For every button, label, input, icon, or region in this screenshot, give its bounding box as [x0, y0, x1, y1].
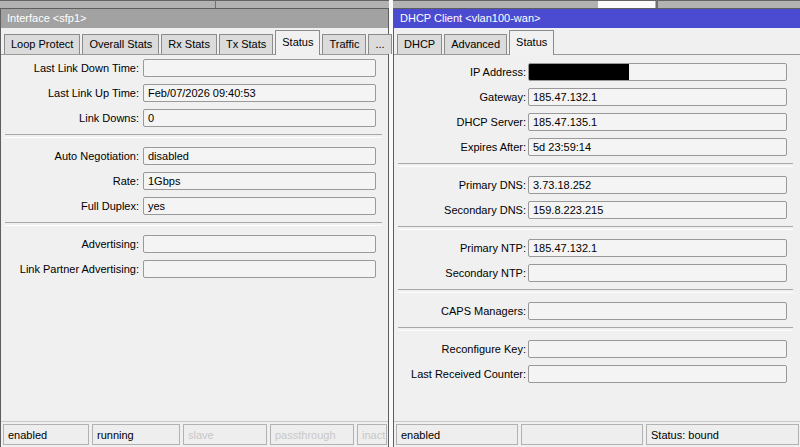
field-label: Last Link Up Time: — [9, 87, 143, 99]
status-cell-passthrough: passthrough — [270, 424, 354, 445]
field-label: Auto Negotiation: — [9, 150, 143, 162]
field-label: Secondary DNS: — [402, 204, 528, 216]
tab-loop-protect[interactable]: Loop Protect — [4, 34, 80, 54]
field-row-link-partner-advertising: Link Partner Advertising: — [9, 260, 376, 278]
field-label: Advertising: — [9, 238, 143, 250]
field-value-box[interactable] — [528, 63, 787, 81]
field-value-box[interactable] — [528, 340, 787, 358]
field-row-advertising: Advertising: — [9, 235, 376, 253]
field-label: Secondary NTP: — [402, 267, 528, 279]
field-label: CAPS Managers: — [402, 305, 528, 317]
field-value: 159.8.223.215 — [533, 204, 603, 216]
field-value: disabled — [148, 150, 189, 162]
field-label: Last Link Down Time: — [9, 62, 143, 74]
field-row-primary-dns: Primary DNS:3.73.18.252 — [402, 176, 787, 194]
interface-window-titlebar[interactable]: Interface <sfp1> — [1, 9, 388, 28]
field-value: 185.47.135.1 — [533, 116, 597, 128]
field-row-dhcp-server: DHCP Server:185.47.135.1 — [402, 113, 787, 131]
tab-status[interactable]: Status — [509, 30, 554, 55]
tab-overall-stats[interactable]: Overall Stats — [82, 34, 159, 54]
group-separator — [5, 222, 382, 226]
dhcp-client-content: IP Address:Gateway:185.47.132.1DHCP Serv… — [394, 55, 800, 421]
field-row-secondary-ntp: Secondary NTP: — [402, 264, 787, 282]
field-value: 185.47.132.1 — [533, 91, 597, 103]
field-label: IP Address: — [402, 66, 528, 78]
interface-content: Last Link Down Time:Last Link Up Time:Fe… — [1, 55, 388, 421]
field-value-box[interactable]: 1Gbps — [143, 172, 376, 190]
dhcp-client-tabbar: DHCPAdvancedStatus — [394, 28, 800, 55]
field-row-expires-after: Expires After:5d 23:59:14 — [402, 138, 787, 156]
tab-dhcp[interactable]: DHCP — [397, 34, 442, 54]
interface-window: Interface <sfp1> Loop ProtectOverall Sta… — [0, 8, 389, 447]
field-value: yes — [148, 200, 165, 212]
field-value-box[interactable]: Feb/07/2026 09:40:53 — [143, 84, 376, 102]
field-value-box[interactable]: yes — [143, 197, 376, 215]
status-cell-enabled: enabled — [396, 424, 518, 445]
field-value: 5d 23:59:14 — [533, 141, 591, 153]
field-row-ip-address: IP Address: — [402, 63, 787, 81]
field-value-box[interactable] — [143, 260, 376, 278]
field-row-gateway: Gateway:185.47.132.1 — [402, 88, 787, 106]
background-window-edge — [656, 0, 658, 8]
group-separator — [398, 163, 793, 167]
background-window-fragment — [598, 1, 655, 8]
field-row-secondary-dns: Secondary DNS:159.8.223.215 — [402, 201, 787, 219]
dhcp-client-window-titlebar[interactable]: DHCP Client <vlan100-wan> — [394, 9, 800, 28]
field-label: Primary NTP: — [402, 242, 528, 254]
field-value-box[interactable]: 185.47.132.1 — [528, 239, 787, 257]
field-value-box[interactable]: 0 — [143, 109, 376, 127]
interface-statusbar: enabledrunningslavepassthroughinact — [1, 421, 388, 447]
background-window-edge — [215, 0, 216, 8]
field-row-last-link-up-time: Last Link Up Time:Feb/07/2026 09:40:53 — [9, 84, 376, 102]
tab-advanced[interactable]: Advanced — [444, 34, 507, 54]
field-value-box[interactable] — [143, 59, 376, 77]
field-row-rate: Rate:1Gbps — [9, 172, 376, 190]
group-separator — [398, 327, 793, 331]
field-label: Full Duplex: — [9, 200, 143, 212]
field-value-box[interactable]: 185.47.132.1 — [528, 88, 787, 106]
field-row-last-received-counter: Last Received Counter: — [402, 365, 787, 383]
field-label: Gateway: — [402, 91, 528, 103]
field-value-box[interactable]: disabled — [143, 147, 376, 165]
background-window-edge — [0, 0, 800, 1]
field-row-primary-ntp: Primary NTP:185.47.132.1 — [402, 239, 787, 257]
desktop: Interface <sfp1> Loop ProtectOverall Sta… — [0, 0, 800, 447]
field-label: Rate: — [9, 175, 143, 187]
dhcp-client-window: DHCP Client <vlan100-wan> DHCPAdvancedSt… — [393, 8, 800, 447]
field-label: DHCP Server: — [402, 116, 528, 128]
status-cell-inact: inact — [357, 424, 387, 445]
field-value-box[interactable]: 185.47.135.1 — [528, 113, 787, 131]
field-row-last-link-down-time: Last Link Down Time: — [9, 59, 376, 77]
tab-rx-stats[interactable]: Rx Stats — [161, 34, 217, 54]
field-row-reconfigure-key: Reconfigure Key: — [402, 340, 787, 358]
tab-tx-stats[interactable]: Tx Stats — [219, 34, 273, 54]
tab-traffic[interactable]: Traffic — [322, 34, 366, 54]
field-label: Primary DNS: — [402, 179, 528, 191]
field-value-box[interactable]: 5d 23:59:14 — [528, 138, 787, 156]
interface-window-title: Interface <sfp1> — [7, 12, 87, 24]
interface-tabbar: Loop ProtectOverall StatsRx StatsTx Stat… — [1, 28, 388, 55]
field-value-box[interactable]: 159.8.223.215 — [528, 201, 787, 219]
field-value-box[interactable] — [143, 235, 376, 253]
status-cell-enabled: enabled — [3, 424, 89, 445]
tab-status[interactable]: Status — [275, 30, 320, 55]
group-separator — [398, 226, 793, 230]
field-value-box[interactable] — [528, 365, 787, 383]
field-value-box[interactable] — [528, 264, 787, 282]
redaction-box — [528, 63, 629, 81]
status-cell-running: running — [92, 424, 180, 445]
field-row-link-downs: Link Downs:0 — [9, 109, 376, 127]
field-value: 185.47.132.1 — [533, 242, 597, 254]
tab-overflow[interactable]: ... — [368, 34, 391, 54]
status-cell-status-bound: Status: bound — [646, 424, 799, 445]
field-label: Last Received Counter: — [402, 368, 528, 380]
field-value: 0 — [148, 112, 154, 124]
field-value: 1Gbps — [148, 175, 180, 187]
field-value-box[interactable]: 3.73.18.252 — [528, 176, 787, 194]
field-row-full-duplex: Full Duplex:yes — [9, 197, 376, 215]
dhcp-client-statusbar: enabledStatus: bound — [394, 421, 800, 447]
status-cell-slave: slave — [183, 424, 267, 445]
field-value-box[interactable] — [528, 302, 787, 320]
field-label: Expires After: — [402, 141, 528, 153]
field-row-caps-managers: CAPS Managers: — [402, 302, 787, 320]
